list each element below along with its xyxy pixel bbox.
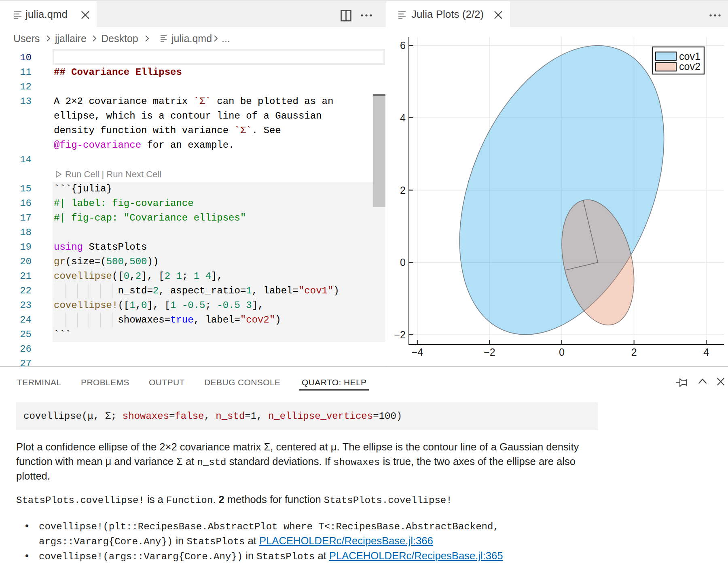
svg-text:4: 4 bbox=[400, 112, 406, 123]
svg-text:0: 0 bbox=[559, 346, 565, 358]
svg-text:−4: −4 bbox=[412, 346, 423, 358]
svg-text:4: 4 bbox=[703, 346, 709, 358]
svg-text:−2: −2 bbox=[484, 346, 495, 358]
svg-text:0: 0 bbox=[400, 257, 406, 268]
svg-text:2: 2 bbox=[400, 185, 406, 196]
svg-text:cov2: cov2 bbox=[679, 61, 700, 72]
svg-text:6: 6 bbox=[400, 40, 406, 51]
svg-text:2: 2 bbox=[631, 346, 637, 358]
svg-text:−2: −2 bbox=[394, 329, 406, 340]
